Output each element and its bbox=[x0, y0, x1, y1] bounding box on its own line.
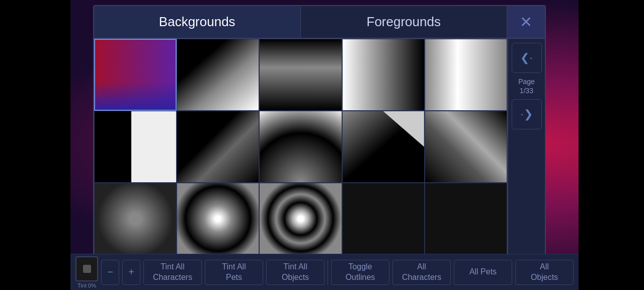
grid-cell-6[interactable] bbox=[177, 111, 259, 183]
grid-cell-9[interactable] bbox=[425, 111, 507, 183]
tab-bar: Backgrounds Foregrounds ✕ bbox=[94, 6, 545, 39]
main-panel: Backgrounds Foregrounds ✕ bbox=[93, 5, 546, 284]
action-divider bbox=[328, 260, 328, 285]
all-objects-button[interactable]: All Objects bbox=[515, 260, 574, 285]
grid-cell-14[interactable] bbox=[425, 183, 507, 255]
all-pets-button[interactable]: All Pets bbox=[454, 260, 512, 285]
global-tint-section: Tint 0% bbox=[75, 256, 98, 288]
tab-backgrounds[interactable]: Backgrounds bbox=[94, 6, 301, 38]
grid-cell-2[interactable] bbox=[259, 39, 342, 111]
next-page-button[interactable]: ·❯ bbox=[512, 99, 542, 129]
action-bar: Tint 0% − + Tint All Characters Tint All… bbox=[70, 254, 579, 290]
grid-cell-1[interactable] bbox=[177, 39, 259, 111]
tint-dot bbox=[83, 265, 91, 273]
content-area: Move Background (0,0) ❮· ·❯ ∧ ∨ Scale Ba… bbox=[94, 39, 545, 283]
global-tint-box[interactable] bbox=[75, 256, 98, 281]
global-tint-label: Tint 0% bbox=[77, 282, 96, 288]
toggle-outlines-button[interactable]: Toggle Outlines bbox=[331, 260, 389, 285]
prev-page-button[interactable]: ❮· bbox=[512, 43, 542, 73]
right-black-bar bbox=[579, 0, 644, 290]
grid-cell-4[interactable] bbox=[425, 39, 507, 111]
grid-cell-7[interactable] bbox=[259, 111, 342, 183]
grid-cell-11[interactable] bbox=[177, 183, 259, 255]
tint-all-objects-button[interactable]: Tint All Objects bbox=[266, 260, 325, 285]
right-sidebar: ❮· Page 1/33 ·❯ bbox=[507, 39, 545, 283]
grid-cell-3[interactable] bbox=[342, 39, 425, 111]
background-grid bbox=[94, 39, 507, 256]
grid-cell-8[interactable] bbox=[342, 111, 425, 183]
tint-all-pets-button[interactable]: Tint All Pets bbox=[205, 260, 263, 285]
all-characters-button[interactable]: All Characters bbox=[392, 260, 451, 285]
page-indicator: Page 1/33 bbox=[518, 77, 535, 95]
close-button[interactable]: ✕ bbox=[507, 6, 545, 38]
global-tint-plus-button[interactable]: + bbox=[122, 260, 140, 285]
tint-all-characters-button[interactable]: Tint All Characters bbox=[143, 260, 202, 285]
grid-cell-10[interactable] bbox=[94, 183, 177, 255]
grid-cell-12[interactable] bbox=[259, 183, 342, 255]
tab-foregrounds[interactable]: Foregrounds bbox=[301, 6, 508, 38]
grid-area: Move Background (0,0) ❮· ·❯ ∧ ∨ Scale Ba… bbox=[94, 39, 507, 283]
grid-cell-0[interactable] bbox=[94, 39, 177, 111]
global-tint-minus-button[interactable]: − bbox=[101, 260, 119, 285]
left-black-bar bbox=[0, 0, 70, 290]
grid-cell-5[interactable] bbox=[94, 111, 177, 183]
grid-cell-13[interactable] bbox=[342, 183, 425, 255]
